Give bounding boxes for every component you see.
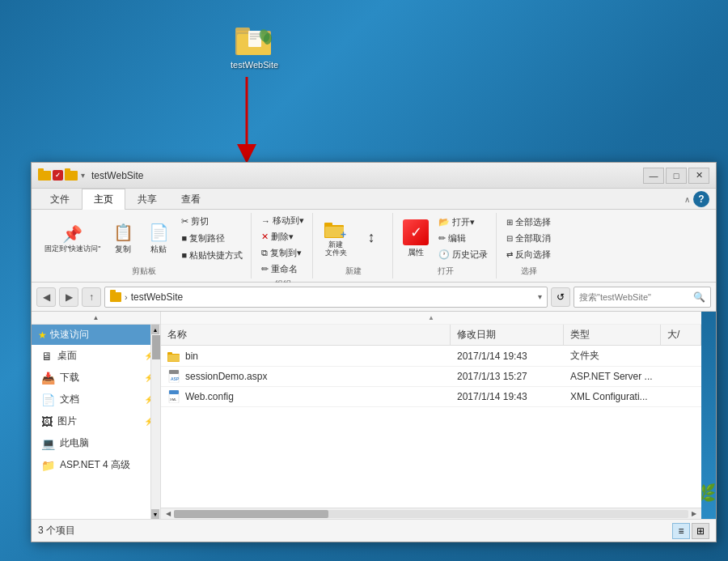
rename-button[interactable]: ✏ 重命名 bbox=[258, 261, 307, 277]
sidebar-item-aspnet[interactable]: 📁 ASP.NET 4 高级 bbox=[32, 454, 160, 476]
file-name-bin: bin bbox=[161, 351, 451, 362]
new-buttons: + 新建文件夹 ↕ bbox=[320, 213, 387, 264]
open-button[interactable]: 📂 打开▾ bbox=[435, 215, 491, 230]
file-row-sessiondemo[interactable]: ASP sessionDemo.aspx 2017/1/13 15:27 ASP… bbox=[161, 367, 701, 387]
scroll-track[interactable] bbox=[174, 510, 688, 518]
svg-rect-17 bbox=[168, 355, 180, 362]
sidebar-scrollbar[interactable]: ▲ ▼ bbox=[150, 325, 160, 519]
sidebar-item-documents-label: 文档 bbox=[60, 393, 79, 406]
list-view-button[interactable]: ≡ bbox=[672, 523, 690, 539]
paste-shortcut-button[interactable]: ■ 粘贴快捷方式 bbox=[178, 248, 246, 263]
detail-view-button[interactable]: ⊞ bbox=[692, 523, 709, 539]
address-chevron-icon[interactable]: ▾ bbox=[538, 292, 542, 301]
sidebar-scroll-up-arrow[interactable]: ▲ bbox=[32, 312, 160, 325]
detail-view-icon: ⊞ bbox=[696, 525, 705, 537]
col-header-name[interactable]: 名称 bbox=[161, 325, 451, 345]
col-header-type[interactable]: 类型 bbox=[564, 325, 661, 345]
title-bar: ✓ ▾ testWebSite — □ ✕ bbox=[32, 163, 716, 189]
tab-view[interactable]: 查看 bbox=[169, 189, 213, 210]
ribbon-tabs: 文件 主页 共享 查看 ∧ ? bbox=[32, 189, 716, 210]
new-label: 新建 bbox=[345, 266, 362, 278]
svg-text:XML: XML bbox=[170, 397, 177, 402]
search-input[interactable] bbox=[579, 292, 693, 302]
explorer-window: ✓ ▾ testWebSite — □ ✕ 文件 主页 共享 查看 ∧ bbox=[31, 162, 717, 542]
organize-small-buttons: → 移动到▾ ✕ 删除▾ ⧉ 复制到▾ ✏ 重命 bbox=[258, 213, 307, 277]
cut-button[interactable]: ✂ 剪切 bbox=[178, 214, 246, 229]
copy-path-button[interactable]: ■ 复制路径 bbox=[178, 231, 246, 246]
minimize-button[interactable]: — bbox=[643, 168, 664, 184]
refresh-button[interactable]: ↺ bbox=[551, 287, 570, 307]
pictures-icon: 🖼 bbox=[41, 415, 53, 428]
pin-to-quickaccess-button[interactable]: 📌 固定到"快速访问" bbox=[41, 223, 104, 255]
deselect-button[interactable]: ⊟ 全部取消 bbox=[503, 231, 554, 246]
col-header-size[interactable]: 大/ bbox=[661, 325, 701, 345]
clipboard-label: 剪贴板 bbox=[132, 266, 156, 278]
history-button[interactable]: 🕐 历史记录 bbox=[435, 247, 491, 262]
plant-decoration: 🌿 bbox=[701, 485, 716, 503]
sidebar-item-documents[interactable]: 📄 文档 ⚡ bbox=[32, 389, 160, 410]
ribbon-collapse-btn[interactable]: ∧ bbox=[684, 195, 690, 204]
sidebar-scroll-thumb[interactable] bbox=[152, 335, 160, 359]
sidebar-item-downloads[interactable]: 📥 下载 ⚡ bbox=[32, 367, 160, 389]
svg-text:+: + bbox=[341, 229, 346, 240]
sidebar-scroll-up-btn[interactable]: ▲ bbox=[151, 325, 159, 334]
edit-button[interactable]: ✏ 编辑 bbox=[435, 231, 491, 246]
window-title: testWebSite bbox=[91, 170, 643, 181]
properties-button[interactable]: ✓ 属性 bbox=[400, 218, 432, 260]
open-small-buttons: 📂 打开▾ ✏ 编辑 🕐 历史记录 bbox=[435, 215, 491, 262]
select-label: 选择 bbox=[521, 266, 537, 278]
downloads-icon: 📥 bbox=[41, 372, 55, 385]
scroll-thumb[interactable] bbox=[174, 510, 328, 518]
file-date-webconfig: 2017/1/14 19:43 bbox=[451, 391, 564, 402]
close-button[interactable]: ✕ bbox=[688, 168, 709, 184]
sidebar-item-pictures[interactable]: 🖼 图片 ⚡ bbox=[32, 410, 160, 432]
column-sort-bar[interactable]: ▲ bbox=[161, 312, 701, 325]
file-type-sessiondemo: ASP.NET Server ... bbox=[564, 371, 661, 382]
scroll-right-arrow[interactable]: ▶ bbox=[688, 508, 700, 520]
select-all-button[interactable]: ⊞ 全部选择 bbox=[503, 215, 554, 230]
address-box[interactable]: › testWebSite ▾ bbox=[104, 287, 548, 308]
open-buttons: ✓ 属性 📂 打开▾ ✏ 编辑 🕐 bbox=[400, 213, 491, 264]
sidebar-scroll-down-btn[interactable]: ▼ bbox=[151, 509, 159, 519]
file-row-webconfig[interactable]: XML Web.config 2017/1/14 19:43 XML Confi… bbox=[161, 387, 701, 407]
move-to-button[interactable]: → 移动到▾ bbox=[258, 213, 307, 228]
ribbon-bar: 📌 固定到"快速访问" 📋 复制 📄 粘贴 ✂ 剪切 bbox=[32, 210, 716, 283]
paste-button[interactable]: 📄 粘贴 bbox=[142, 221, 175, 257]
scroll-left-arrow[interactable]: ◀ bbox=[163, 508, 174, 520]
ribbon-group-open: ✓ 属性 📂 打开▾ ✏ 编辑 🕐 bbox=[395, 213, 497, 278]
new-folder-button[interactable]: + 新建文件夹 bbox=[320, 219, 352, 259]
aspx-icon: ASP bbox=[167, 370, 180, 383]
open-label: 打开 bbox=[438, 266, 454, 278]
sidebar-quickaccess-header[interactable]: ★ 快速访问 bbox=[32, 325, 160, 345]
tab-home[interactable]: 主页 bbox=[82, 189, 125, 210]
folder-icon-bin bbox=[167, 351, 180, 362]
invert-selection-button[interactable]: ⇄ 反向选择 bbox=[503, 247, 554, 262]
up-button[interactable]: ↑ bbox=[82, 287, 101, 307]
maximize-button[interactable]: □ bbox=[666, 168, 687, 184]
col-header-date[interactable]: 修改日期 bbox=[451, 325, 564, 345]
sidebar-item-thispc-label: 此电脑 bbox=[60, 436, 89, 450]
desktop-background: testWebSite ✓ bbox=[0, 0, 728, 561]
forward-button[interactable]: ▶ bbox=[59, 287, 78, 307]
address-path-text: testWebSite bbox=[131, 291, 535, 303]
horizontal-scrollbar[interactable]: ◀ ▶ bbox=[161, 508, 701, 519]
delete-button[interactable]: ✕ 删除▾ bbox=[258, 229, 307, 244]
svg-rect-22 bbox=[169, 390, 179, 394]
sidebar-item-desktop[interactable]: 🖥 桌面 ⚡ bbox=[32, 345, 160, 367]
sidebar-item-thispc[interactable]: 💻 此电脑 bbox=[32, 432, 160, 454]
help-button[interactable]: ? bbox=[693, 191, 709, 207]
file-list-body: bin 2017/1/14 19:43 文件夹 ASP bbox=[161, 346, 701, 508]
tab-file[interactable]: 文件 bbox=[38, 189, 82, 210]
file-name-sessiondemo: ASP sessionDemo.aspx bbox=[161, 370, 451, 383]
back-button[interactable]: ◀ bbox=[36, 287, 56, 307]
copy-to-button[interactable]: ⧉ 复制到▾ bbox=[258, 245, 307, 261]
svg-rect-12 bbox=[324, 223, 332, 227]
search-box[interactable]: 🔍 bbox=[574, 287, 711, 308]
select-small-buttons: ⊞ 全部选择 ⊟ 全部取消 ⇄ 反向选择 bbox=[503, 215, 554, 262]
copy-button[interactable]: 📋 复制 bbox=[107, 221, 139, 257]
desktop-folder-icon[interactable]: testWebSite bbox=[231, 24, 278, 70]
tab-share[interactable]: 共享 bbox=[125, 189, 169, 210]
aspnet-folder-icon: 📁 bbox=[41, 459, 55, 472]
file-row-bin[interactable]: bin 2017/1/14 19:43 文件夹 bbox=[161, 346, 701, 367]
new-item-button[interactable]: ↕ bbox=[355, 227, 387, 249]
